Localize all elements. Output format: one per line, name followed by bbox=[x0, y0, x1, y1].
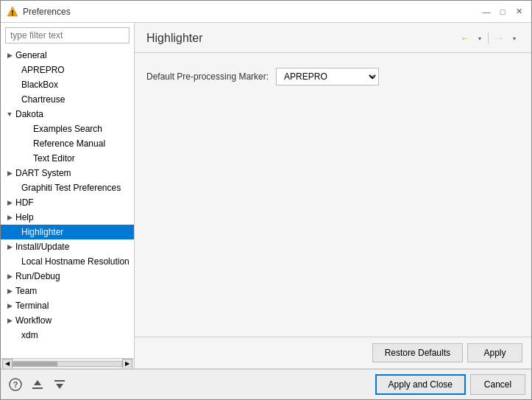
window-controls: — □ ✕ bbox=[480, 5, 525, 18]
expand-arrow-terminal: ▶ bbox=[4, 300, 15, 312]
expand-arrow-hdf: ▶ bbox=[4, 197, 15, 208]
restore-defaults-button[interactable]: Restore Defaults bbox=[372, 343, 463, 362]
sidebar-item-label-dakota: Dakota bbox=[15, 109, 131, 119]
sidebar-item-chartreuse[interactable]: Chartreuse bbox=[1, 92, 134, 107]
marker-form-row: Default Pre-processing Marker: APREPRO N… bbox=[146, 68, 519, 85]
sidebar-item-examples-search[interactable]: Examples Search bbox=[1, 122, 134, 136]
sidebar-item-label-install: Install/Update bbox=[15, 242, 131, 252]
bottom-bar: ? Apply and Close Cancel bbox=[1, 368, 531, 399]
marker-select-wrapper: APREPRO None ▾ bbox=[276, 68, 379, 85]
export-icon-button[interactable] bbox=[51, 376, 68, 393]
sidebar-item-run-debug[interactable]: ▶ Run/Debug bbox=[1, 269, 134, 284]
sidebar-item-terminal[interactable]: ▶ Terminal bbox=[1, 298, 134, 313]
expand-arrow-run-debug: ▶ bbox=[4, 270, 15, 282]
sidebar-item-blackbox[interactable]: BlackBox bbox=[1, 77, 134, 92]
svg-marker-6 bbox=[34, 380, 41, 385]
scroll-right-button[interactable]: ▶ bbox=[122, 359, 132, 369]
sidebar-item-reference-manual[interactable]: Reference Manual bbox=[1, 136, 134, 151]
sidebar-item-label-dart: DART System bbox=[15, 168, 131, 178]
svg-rect-7 bbox=[54, 380, 65, 382]
filter-input[interactable] bbox=[5, 27, 130, 43]
maximize-button[interactable]: □ bbox=[496, 5, 509, 18]
expand-arrow-dakota: ▼ bbox=[4, 108, 15, 120]
sidebar-item-dakota[interactable]: ▼ Dakota bbox=[1, 107, 134, 122]
marker-label: Default Pre-processing Marker: bbox=[146, 71, 269, 82]
minimize-button[interactable]: — bbox=[480, 5, 493, 18]
scroll-thumb[interactable] bbox=[13, 362, 57, 366]
svg-rect-2 bbox=[12, 14, 13, 15]
import-icon bbox=[31, 378, 44, 391]
svg-rect-1 bbox=[12, 10, 13, 13]
panel-title: Highlighter bbox=[146, 32, 202, 45]
nav-forward-dropdown[interactable]: ▾ bbox=[509, 30, 519, 46]
nav-arrows: ← ▾ → ▾ bbox=[457, 30, 519, 46]
content-area: ▶ General APREPRO BlackBox Chartreuse ▼ … bbox=[1, 23, 531, 368]
sidebar-item-install-update[interactable]: ▶ Install/Update bbox=[1, 239, 134, 254]
help-icon-button[interactable]: ? bbox=[7, 376, 24, 393]
sidebar-item-graphiti[interactable]: Graphiti Test Preferences bbox=[1, 180, 134, 195]
sidebar-item-text-editor[interactable]: Text Editor bbox=[1, 151, 134, 166]
main-panel: Highlighter ← ▾ → ▾ Default Pre-processi… bbox=[135, 23, 531, 368]
sidebar-item-local-hostname[interactable]: Local Hostname Resolution bbox=[1, 254, 134, 269]
sidebar-item-aprepro[interactable]: APREPRO bbox=[1, 63, 134, 77]
bottom-right-buttons: Apply and Close Cancel bbox=[375, 374, 525, 395]
sidebar-item-label-workflow: Workflow bbox=[15, 315, 131, 326]
nav-separator bbox=[488, 32, 489, 44]
sidebar-item-label-examples-search: Examples Search bbox=[33, 124, 131, 134]
sidebar-item-label-team: Team bbox=[15, 286, 131, 296]
expand-arrow-team: ▶ bbox=[4, 285, 15, 297]
sidebar-item-label-text-editor: Text Editor bbox=[33, 153, 131, 164]
nav-back-button[interactable]: ← bbox=[457, 30, 473, 46]
sidebar-item-help[interactable]: ▶ Help bbox=[1, 210, 134, 225]
preferences-window: Preferences — □ ✕ ▶ General APREPRO Blac… bbox=[0, 0, 532, 400]
close-button[interactable]: ✕ bbox=[512, 5, 525, 18]
sidebar-item-label-general: General bbox=[15, 50, 131, 60]
sidebar-item-hdf[interactable]: ▶ HDF bbox=[1, 195, 134, 210]
sidebar-item-label-terminal: Terminal bbox=[15, 301, 131, 311]
sidebar-item-label-run-debug: Run/Debug bbox=[15, 271, 131, 281]
main-header: Highlighter ← ▾ → ▾ bbox=[135, 23, 531, 53]
expand-arrow-workflow: ▶ bbox=[4, 315, 15, 326]
svg-marker-8 bbox=[56, 384, 63, 389]
expand-arrow-dart: ▶ bbox=[4, 167, 15, 179]
nav-forward-button[interactable]: → bbox=[492, 30, 508, 46]
export-icon bbox=[53, 378, 66, 391]
import-icon-button[interactable] bbox=[29, 376, 46, 393]
apply-and-close-button[interactable]: Apply and Close bbox=[375, 374, 466, 395]
apply-button[interactable]: Apply bbox=[467, 343, 522, 362]
sidebar-item-general[interactable]: ▶ General bbox=[1, 48, 134, 63]
sidebar-item-team[interactable]: ▶ Team bbox=[1, 284, 134, 298]
titlebar: Preferences — □ ✕ bbox=[1, 1, 531, 23]
nav-back-dropdown[interactable]: ▾ bbox=[475, 30, 485, 46]
svg-rect-5 bbox=[32, 387, 43, 389]
sidebar-item-label-chartreuse: Chartreuse bbox=[21, 94, 131, 105]
sidebar-item-dart[interactable]: ▶ DART System bbox=[1, 166, 134, 180]
sidebar-item-label-aprepro: APREPRO bbox=[21, 65, 131, 75]
marker-select[interactable]: APREPRO None bbox=[276, 68, 379, 85]
main-content: Default Pre-processing Marker: APREPRO N… bbox=[135, 53, 531, 337]
sidebar-item-label-reference-manual: Reference Manual bbox=[33, 138, 131, 149]
sidebar-item-workflow[interactable]: ▶ Workflow bbox=[1, 313, 134, 328]
cancel-button[interactable]: Cancel bbox=[470, 374, 525, 395]
window-title: Preferences bbox=[23, 7, 480, 17]
sidebar-item-label-blackbox: BlackBox bbox=[21, 80, 131, 90]
sidebar-item-label-hdf: HDF bbox=[15, 197, 131, 208]
scroll-left-button[interactable]: ◀ bbox=[2, 359, 13, 369]
sidebar-item-label-local-hostname: Local Hostname Resolution bbox=[21, 256, 131, 267]
scroll-track[interactable] bbox=[13, 361, 122, 367]
svg-text:?: ? bbox=[13, 380, 18, 389]
sidebar-item-label-xdm: xdm bbox=[21, 330, 131, 340]
expand-arrow-general: ▶ bbox=[4, 49, 15, 61]
help-icon: ? bbox=[9, 378, 22, 391]
sidebar-item-label-graphiti: Graphiti Test Preferences bbox=[21, 183, 131, 193]
main-footer: Restore Defaults Apply bbox=[135, 337, 531, 368]
expand-arrow-help: ▶ bbox=[4, 211, 15, 223]
expand-arrow-install: ▶ bbox=[4, 241, 15, 253]
tree: ▶ General APREPRO BlackBox Chartreuse ▼ … bbox=[1, 48, 134, 358]
bottom-left-icons: ? bbox=[7, 376, 68, 393]
sidebar-item-xdm[interactable]: xdm bbox=[1, 328, 134, 343]
sidebar-scrollbar[interactable]: ◀ ▶ bbox=[1, 358, 134, 368]
sidebar-item-highlighter[interactable]: Highlighter bbox=[1, 225, 134, 239]
sidebar-item-label-highlighter: Highlighter bbox=[21, 227, 131, 237]
sidebar: ▶ General APREPRO BlackBox Chartreuse ▼ … bbox=[1, 23, 135, 368]
